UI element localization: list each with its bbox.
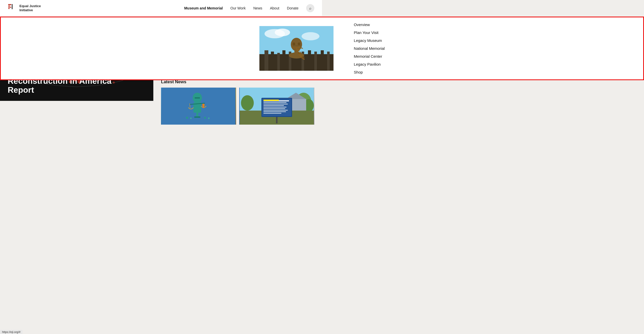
news-card-2[interactable]: [239, 88, 314, 125]
svg-rect-147: [263, 113, 281, 114]
svg-rect-11: [264, 50, 268, 71]
search-icon: ⌕: [309, 6, 311, 10]
nav-museum-memorial[interactable]: Museum and Memorial: [184, 6, 223, 10]
svg-rect-148: [276, 117, 278, 123]
svg-rect-20: [321, 50, 322, 71]
museum-memorial-dropdown: Overview Plan Your Visit Legacy Museum N…: [0, 17, 322, 80]
eji-logo-icon: [8, 4, 17, 13]
svg-rect-19: [314, 52, 317, 71]
main-nav: Museum and Memorial Our Work News About …: [184, 4, 314, 12]
search-button[interactable]: ⌕: [306, 4, 314, 12]
svg-rect-140: [263, 102, 286, 103]
svg-rect-117: [195, 97, 200, 99]
nav-donate[interactable]: Donate: [287, 6, 298, 10]
svg-point-125: [186, 117, 188, 119]
svg-rect-124: [194, 116, 200, 118]
logo[interactable]: Equal Justice Initiative: [8, 4, 41, 13]
dropdown-statue-image: [259, 26, 322, 71]
svg-rect-18: [308, 50, 311, 71]
news-card-1-svg: [161, 88, 236, 125]
news-grid: [161, 88, 314, 125]
news-card-1[interactable]: [161, 88, 236, 125]
header: Equal Justice Initiative Museum and Memo…: [0, 0, 322, 17]
svg-rect-123: [196, 112, 198, 117]
svg-point-8: [275, 29, 290, 36]
svg-rect-3: [8, 7, 11, 8]
svg-point-127: [204, 117, 206, 119]
svg-rect-144: [263, 108, 285, 109]
svg-rect-14: [282, 50, 285, 71]
statue-svg: [259, 26, 322, 71]
svg-rect-13: [277, 53, 280, 71]
svg-rect-146: [263, 111, 286, 112]
nav-news[interactable]: News: [253, 6, 262, 10]
svg-rect-142: [263, 105, 284, 106]
svg-rect-5: [12, 4, 13, 9]
news-card-2-svg: [239, 88, 314, 125]
svg-rect-145: [263, 110, 288, 111]
svg-point-131: [241, 95, 254, 111]
svg-point-9: [302, 32, 319, 40]
svg-point-126: [190, 117, 192, 119]
svg-rect-141: [263, 104, 288, 104]
svg-point-128: [208, 117, 210, 119]
nav-about[interactable]: About: [270, 6, 279, 10]
svg-rect-122: [203, 106, 204, 108]
svg-rect-2: [8, 6, 10, 6]
svg-point-23: [293, 42, 295, 45]
dropdown-inner: Overview Plan Your Visit Legacy Museum N…: [259, 22, 322, 74]
svg-rect-12: [271, 52, 274, 71]
svg-rect-143: [263, 107, 286, 108]
svg-point-121: [202, 104, 205, 106]
logo-text: Equal Justice Initiative: [19, 4, 41, 12]
map-label-line2: Report: [8, 86, 111, 94]
svg-point-86: [113, 81, 115, 84]
svg-point-24: [298, 42, 300, 45]
svg-rect-149: [263, 100, 279, 101]
svg-rect-4: [8, 8, 10, 9]
nav-our-work[interactable]: Our Work: [231, 6, 246, 10]
svg-rect-1: [8, 4, 11, 5]
